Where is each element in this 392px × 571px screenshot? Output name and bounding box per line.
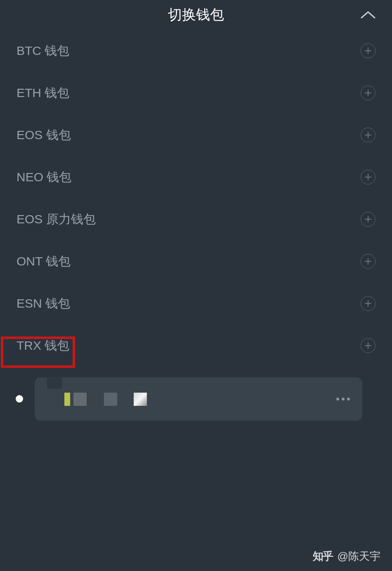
wallet-label: NEO 钱包 (17, 169, 71, 186)
add-wallet-button[interactable] (361, 296, 375, 311)
censored-content (47, 389, 64, 410)
add-wallet-button[interactable] (361, 254, 375, 269)
wallet-label: EOS 原力钱包 (17, 211, 96, 228)
selected-indicator-icon (16, 395, 23, 403)
add-wallet-button[interactable] (361, 43, 375, 58)
header: 切换钱包 (0, 0, 392, 30)
wallet-item-ont[interactable]: ONT 钱包 (0, 240, 392, 282)
add-wallet-button[interactable] (361, 85, 375, 100)
more-options-button[interactable] (336, 398, 350, 400)
wallet-label: ESN 钱包 (17, 295, 70, 312)
wallet-label: EOS 钱包 (17, 127, 71, 144)
more-icon (347, 398, 350, 400)
wallet-item-btc[interactable]: BTC 钱包 (0, 30, 392, 72)
wallet-label: BTC 钱包 (17, 43, 69, 59)
censored-content (73, 393, 87, 406)
watermark-author: @陈天宇 (338, 549, 380, 564)
wallet-item-trx[interactable]: TRX 钱包 (0, 325, 392, 367)
wallet-item-eth[interactable]: ETH 钱包 (0, 72, 392, 114)
wallet-item-esn[interactable]: ESN 钱包 (0, 282, 392, 325)
wallet-label: TRX 钱包 (17, 337, 69, 354)
wallet-item-neo[interactable]: NEO 钱包 (0, 156, 392, 198)
more-icon (336, 398, 339, 400)
add-wallet-button[interactable] (361, 212, 375, 227)
wallet-card-content (47, 389, 336, 410)
wallet-list: BTC 钱包 ETH 钱包 EOS 钱包 NEO 钱包 EOS 原力钱包 ONT… (0, 30, 392, 367)
add-wallet-button[interactable] (361, 170, 375, 185)
wallet-label: ETH 钱包 (17, 85, 69, 102)
add-wallet-button[interactable] (361, 338, 375, 353)
watermark: 知乎 @陈天宇 (313, 549, 380, 564)
add-wallet-button[interactable] (361, 128, 375, 142)
chevron-up-icon[interactable] (361, 11, 375, 19)
selected-wallet-card[interactable] (35, 377, 362, 421)
censored-content (104, 393, 117, 406)
censored-content (134, 393, 147, 406)
more-icon (342, 398, 345, 400)
zhihu-logo-icon: 知乎 (313, 549, 333, 564)
wallet-item-eos[interactable]: EOS 钱包 (0, 114, 392, 156)
wallet-item-eos-force[interactable]: EOS 原力钱包 (0, 198, 392, 240)
wallet-label: ONT 钱包 (17, 253, 71, 270)
page-title: 切换钱包 (168, 5, 224, 24)
